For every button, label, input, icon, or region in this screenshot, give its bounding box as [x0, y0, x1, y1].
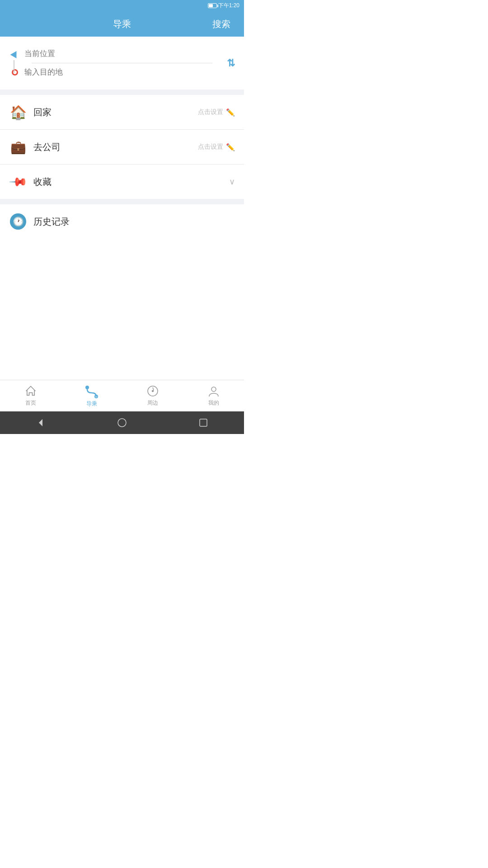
work-action[interactable]: 点击设置 ✏️ [198, 143, 235, 151]
tab-nearby[interactable]: 周边 [122, 385, 183, 407]
tab-nearby-label: 周边 [147, 399, 158, 407]
home-tab-icon [24, 385, 37, 397]
bottom-tabs: 首页 导乘 周边 我的 [0, 380, 244, 411]
svg-point-5 [152, 391, 153, 392]
tab-mine[interactable]: 我的 [183, 385, 244, 407]
mine-tab-icon [207, 385, 220, 397]
recent-nav-button[interactable] [194, 414, 212, 432]
work-edit-icon: ✏️ [226, 143, 235, 151]
swap-button[interactable]: ⇅ [227, 57, 235, 69]
work-label: 去公司 [33, 141, 198, 153]
clock-icon-glyph: 🕐 [13, 216, 24, 227]
destination-input[interactable] [24, 67, 235, 78]
header-title: 导乘 [86, 18, 158, 30]
quick-access-section: 🏠 回家 点击设置 ✏️ 💼 去公司 点击设置 ✏️ 📌 收藏 ∨ [0, 95, 244, 199]
work-item[interactable]: 💼 去公司 点击设置 ✏️ [0, 130, 244, 165]
home-edit-icon: ✏️ [226, 108, 235, 117]
history-icon: 🕐 [9, 212, 27, 231]
connector-line [14, 60, 14, 73]
red-circle-icon [12, 69, 18, 75]
separator-1 [0, 90, 244, 95]
home-item[interactable]: 🏠 回家 点击设置 ✏️ [0, 95, 244, 130]
favorites-icon: 📌 [9, 173, 27, 191]
origin-icon [9, 49, 19, 59]
work-action-label: 点击设置 [198, 143, 223, 151]
home-icon-glyph: 🏠 [10, 104, 27, 120]
tab-home[interactable]: 首页 [0, 385, 61, 407]
battery-icon [208, 3, 217, 8]
battery-indicator: 下午1:20 [208, 2, 239, 9]
tab-home-label: 首页 [25, 399, 36, 407]
nearby-tab-icon [146, 385, 159, 397]
svg-line-3 [153, 387, 154, 390]
origin-input[interactable] [24, 48, 235, 59]
status-time: 下午1:20 [218, 2, 239, 9]
chevron-down-icon: ∨ [229, 177, 235, 187]
pin-icon-glyph: 📌 [8, 172, 28, 192]
history-section: 🕐 历史记录 [0, 204, 244, 239]
tab-route-label: 导乘 [86, 400, 97, 408]
tab-mine-label: 我的 [208, 399, 219, 407]
svg-point-6 [211, 387, 216, 392]
arrow-icon [10, 49, 19, 58]
origin-row [9, 45, 235, 63]
favorites-label: 收藏 [33, 176, 229, 188]
header: 导乘 搜索 [0, 11, 244, 37]
home-action-label: 点击设置 [198, 108, 223, 116]
status-bar: 下午1:20 [0, 0, 244, 11]
search-inputs [9, 45, 235, 81]
search-button[interactable]: 搜索 [212, 18, 230, 30]
work-icon: 💼 [9, 138, 27, 156]
home-icon: 🏠 [9, 103, 27, 121]
favorites-item[interactable]: 📌 收藏 ∨ [0, 165, 244, 199]
home-label: 回家 [33, 106, 198, 118]
tab-route[interactable]: 导乘 [61, 384, 122, 408]
svg-rect-9 [200, 419, 207, 426]
back-nav-button[interactable] [32, 414, 50, 432]
history-item[interactable]: 🕐 历史记录 [0, 204, 244, 239]
route-tab-icon [84, 384, 99, 398]
nav-bar [0, 411, 244, 434]
home-nav-button[interactable] [113, 414, 131, 432]
home-action[interactable]: 点击设置 ✏️ [198, 108, 235, 117]
svg-marker-7 [39, 419, 42, 426]
separator-2 [0, 199, 244, 204]
destination-row [9, 63, 235, 81]
search-section: ⇅ [0, 37, 244, 90]
work-icon-glyph: 💼 [10, 140, 26, 155]
favorites-action: ∨ [229, 177, 235, 187]
svg-point-8 [118, 419, 126, 427]
history-label: 历史记录 [33, 216, 235, 228]
clock-icon-bg: 🕐 [10, 213, 26, 230]
